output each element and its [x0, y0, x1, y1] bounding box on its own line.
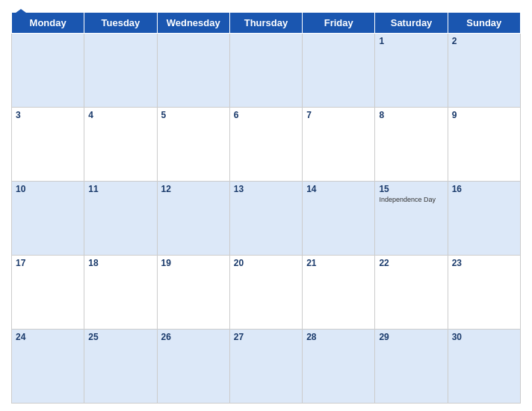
calendar-week-row: 12 [12, 34, 521, 108]
calendar-cell: 20 [229, 256, 302, 330]
calendar-cell [157, 34, 229, 108]
day-number: 26 [161, 332, 226, 342]
calendar-week-row: 3456789 [12, 108, 521, 182]
calendar-cell: 6 [229, 108, 302, 182]
day-number: 24 [16, 332, 80, 342]
day-number: 25 [88, 332, 152, 342]
day-number: 8 [379, 110, 443, 120]
day-number: 10 [16, 184, 80, 194]
weekday-header: Sunday [448, 13, 520, 34]
logo [11, 7, 29, 21]
day-number: 11 [88, 184, 152, 194]
calendar-cell: 29 [375, 330, 448, 404]
day-number: 23 [452, 258, 516, 268]
calendar-cell: 24 [12, 330, 84, 404]
calendar-cell: 16 [448, 182, 520, 256]
calendar-cell: 17 [12, 256, 84, 330]
calendar-cell: 10 [12, 182, 84, 256]
weekday-header-row: MondayTuesdayWednesdayThursdayFridaySatu… [12, 13, 521, 34]
calendar-cell: 4 [84, 108, 157, 182]
day-number: 19 [161, 258, 226, 268]
calendar-cell: 2 [448, 34, 520, 108]
calendar-cell: 13 [229, 182, 302, 256]
day-number: 28 [306, 332, 371, 342]
calendar-cell: 26 [157, 330, 229, 404]
day-number: 7 [306, 110, 371, 120]
calendar-thead: MondayTuesdayWednesdayThursdayFridaySatu… [12, 13, 521, 34]
day-number: 20 [234, 258, 298, 268]
svg-marker-0 [13, 9, 29, 21]
day-number: 2 [452, 36, 516, 46]
calendar-cell: 7 [303, 108, 375, 182]
holiday-label: Independence Day [379, 196, 443, 204]
calendar-body: 123456789101112131415Independence Day161… [12, 34, 521, 404]
calendar-cell [303, 34, 375, 108]
day-number: 9 [452, 110, 516, 120]
calendar-week-row: 17181920212223 [12, 256, 521, 330]
weekday-header: Thursday [229, 13, 302, 34]
day-number: 29 [379, 332, 443, 342]
weekday-header: Wednesday [157, 13, 229, 34]
calendar-cell: 3 [12, 108, 84, 182]
calendar-week-row: 24252627282930 [12, 330, 521, 404]
calendar-cell [12, 34, 84, 108]
calendar-cell: 19 [157, 256, 229, 330]
calendar-cell: 23 [448, 256, 520, 330]
day-number: 5 [161, 110, 226, 120]
day-number: 1 [379, 36, 443, 46]
calendar-cell [229, 34, 302, 108]
day-number: 17 [16, 258, 80, 268]
day-number: 6 [234, 110, 298, 120]
weekday-header: Tuesday [84, 13, 157, 34]
weekday-header: Saturday [375, 13, 448, 34]
calendar-table: MondayTuesdayWednesdayThursdayFridaySatu… [11, 12, 521, 404]
calendar-week-row: 101112131415Independence Day16 [12, 182, 521, 256]
day-number: 22 [379, 258, 443, 268]
calendar-cell: 9 [448, 108, 520, 182]
day-number: 21 [306, 258, 371, 268]
calendar-cell: 11 [84, 182, 157, 256]
day-number: 3 [16, 110, 80, 120]
calendar-cell: 1 [375, 34, 448, 108]
calendar-cell: 12 [157, 182, 229, 256]
calendar-cell: 18 [84, 256, 157, 330]
calendar-cell: 21 [303, 256, 375, 330]
day-number: 4 [88, 110, 152, 120]
calendar-cell: 27 [229, 330, 302, 404]
calendar-cell: 28 [303, 330, 375, 404]
calendar-cell: 25 [84, 330, 157, 404]
day-number: 18 [88, 258, 152, 268]
day-number: 12 [161, 184, 226, 194]
calendar-cell: 22 [375, 256, 448, 330]
logo-bird-icon [13, 7, 29, 21]
calendar-cell: 5 [157, 108, 229, 182]
calendar-wrapper: MondayTuesdayWednesdayThursdayFridaySatu… [0, 0, 532, 411]
day-number: 30 [452, 332, 516, 342]
calendar-cell: 8 [375, 108, 448, 182]
calendar-cell: 15Independence Day [375, 182, 448, 256]
day-number: 27 [234, 332, 298, 342]
day-number: 13 [234, 184, 298, 194]
calendar-cell: 30 [448, 330, 520, 404]
day-number: 15 [379, 184, 443, 194]
calendar-cell [84, 34, 157, 108]
day-number: 14 [306, 184, 371, 194]
weekday-header: Friday [303, 13, 375, 34]
day-number: 16 [452, 184, 516, 194]
calendar-cell: 14 [303, 182, 375, 256]
